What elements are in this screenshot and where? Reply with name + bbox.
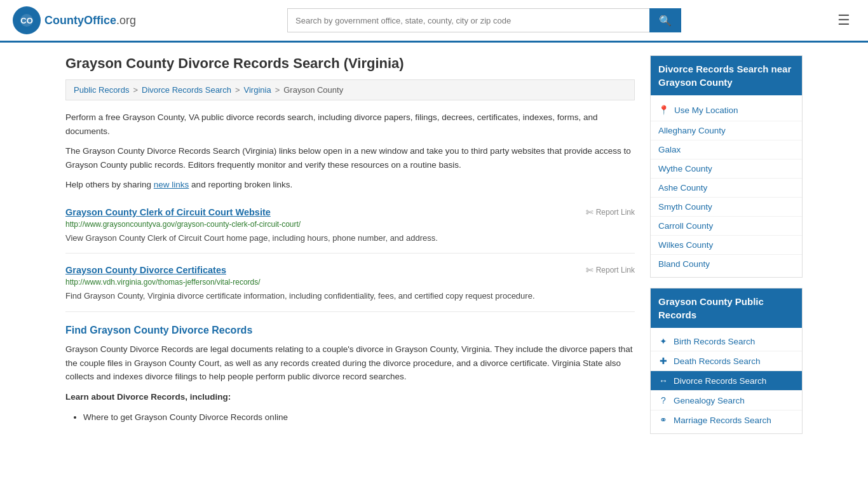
marriage-icon: ⚭ — [658, 415, 668, 425]
sidebar-marriage-records[interactable]: ⚭ Marriage Records Search — [651, 410, 802, 430]
logo-icon: CO — [13, 6, 41, 34]
sidebar-near-title: Divorce Records Search near Grayson Coun… — [651, 56, 802, 95]
breadcrumb: Public Records > Divorce Records Search … — [65, 79, 635, 100]
learn-heading: Learn about Divorce Records, including: — [65, 390, 635, 404]
desc-3-prefix: Help others by sharing — [65, 180, 154, 189]
link-entries: Grayson County Clerk of Circuit Court We… — [65, 198, 635, 312]
sidebar-near-galax[interactable]: Galax — [651, 140, 802, 159]
description-3: Help others by sharing new links and rep… — [65, 178, 635, 192]
location-pin-icon: 📍 — [658, 105, 669, 115]
hamburger-menu-button[interactable]: ☰ — [832, 10, 855, 31]
link-entry-header-1: Grayson County Divorce Certificates ✄ Re… — [65, 265, 635, 275]
desc-3-suffix: and reporting broken links. — [189, 180, 292, 189]
link-desc-0: View Grayson County Clerk of Circuit Cou… — [65, 232, 635, 245]
sidebar-near-ashe[interactable]: Ashe County — [651, 179, 802, 198]
bullet-item-0: Where to get Grayson County Divorce Reco… — [83, 410, 635, 425]
breadcrumb-current: Grayson County — [283, 85, 343, 95]
death-icon: ✚ — [658, 356, 668, 366]
search-icon: 🔍 — [659, 15, 672, 26]
description-1: Perform a free Grayson County, VA public… — [65, 111, 635, 138]
report-link-0[interactable]: ✄ Report Link — [586, 207, 635, 217]
divorce-icon: ↔ — [658, 376, 668, 386]
breadcrumb-sep-3: > — [275, 85, 280, 95]
sidebar-public-records-title: Grayson County Public Records — [651, 288, 802, 328]
page-title: Grayson County Divorce Records Search (V… — [65, 55, 635, 72]
link-entry-0: Grayson County Clerk of Circuit Court We… — [65, 198, 635, 254]
sidebar-genealogy[interactable]: ? Genealogy Search — [651, 391, 802, 410]
hamburger-icon: ☰ — [837, 12, 850, 28]
sidebar-death-records[interactable]: ✚ Death Records Search — [651, 351, 802, 371]
search-area: 🔍 — [287, 8, 681, 32]
new-links-link[interactable]: new links — [154, 180, 189, 189]
find-section-heading: Find Grayson County Divorce Records — [65, 325, 635, 336]
sidebar-near-section: Divorce Records Search near Grayson Coun… — [650, 55, 803, 278]
sidebar-near-carroll[interactable]: Carroll County — [651, 217, 802, 236]
sidebar: Divorce Records Search near Grayson Coun… — [650, 55, 803, 444]
sidebar-near-wilkes[interactable]: Wilkes County — [651, 236, 802, 255]
link-title-1[interactable]: Grayson County Divorce Certificates — [65, 265, 226, 275]
scissors-icon-1: ✄ — [586, 265, 593, 275]
description-2: The Grayson County Divorce Records Searc… — [65, 144, 635, 172]
main-container: Grayson County Divorce Records Search (V… — [53, 43, 815, 457]
link-title-0[interactable]: Grayson County Clerk of Circuit Court We… — [65, 207, 271, 217]
sidebar-near-smyth[interactable]: Smyth County — [651, 198, 802, 217]
content-area: Grayson County Divorce Records Search (V… — [65, 55, 635, 444]
search-input[interactable] — [287, 8, 649, 32]
sidebar-near-bland[interactable]: Bland County — [651, 255, 802, 273]
breadcrumb-virginia[interactable]: Virginia — [244, 85, 271, 95]
use-location-link[interactable]: 📍 Use My Location — [651, 99, 802, 121]
breadcrumb-divorce-records[interactable]: Divorce Records Search — [142, 85, 231, 95]
report-link-1[interactable]: ✄ Report Link — [586, 265, 635, 275]
find-section: Find Grayson County Divorce Records Gray… — [65, 325, 635, 426]
link-url-1[interactable]: http://www.vdh.virginia.gov/thomas-jeffe… — [65, 278, 635, 287]
breadcrumb-sep-1: > — [133, 85, 138, 95]
svg-text:CO: CO — [20, 16, 33, 25]
sidebar-near-alleghany[interactable]: Alleghany County — [651, 121, 802, 140]
logo-area[interactable]: CO CountyOffice.org — [13, 6, 136, 34]
site-header: CO CountyOffice.org 🔍 ☰ — [0, 0, 868, 43]
link-entry-1: Grayson County Divorce Certificates ✄ Re… — [65, 256, 635, 312]
sidebar-public-records-links: ✦ Birth Records Search ✚ Death Records S… — [651, 328, 802, 433]
link-desc-1: Find Grayson County, Virginia divorce ce… — [65, 290, 635, 302]
search-button[interactable]: 🔍 — [649, 8, 681, 32]
genealogy-icon: ? — [658, 395, 668, 405]
breadcrumb-public-records[interactable]: Public Records — [74, 85, 129, 95]
find-section-text: Grayson County Divorce Records are legal… — [65, 342, 635, 384]
bullet-list: Where to get Grayson County Divorce Reco… — [83, 410, 635, 425]
scissors-icon-0: ✄ — [586, 207, 593, 217]
link-entry-header-0: Grayson County Clerk of Circuit Court We… — [65, 207, 635, 217]
sidebar-divorce-records[interactable]: ↔ Divorce Records Search — [651, 371, 802, 391]
breadcrumb-sep-2: > — [235, 85, 240, 95]
birth-icon: ✦ — [658, 336, 668, 346]
sidebar-near-wythe[interactable]: Wythe County — [651, 159, 802, 179]
sidebar-near-links: 📍 Use My Location Alleghany County Galax… — [651, 95, 802, 277]
sidebar-public-records-section: Grayson County Public Records ✦ Birth Re… — [650, 288, 803, 434]
logo-text: CountyOffice.org — [44, 14, 136, 27]
sidebar-birth-records[interactable]: ✦ Birth Records Search — [651, 332, 802, 351]
link-url-0[interactable]: http://www.graysoncountyva.gov/grayson-c… — [65, 220, 635, 229]
